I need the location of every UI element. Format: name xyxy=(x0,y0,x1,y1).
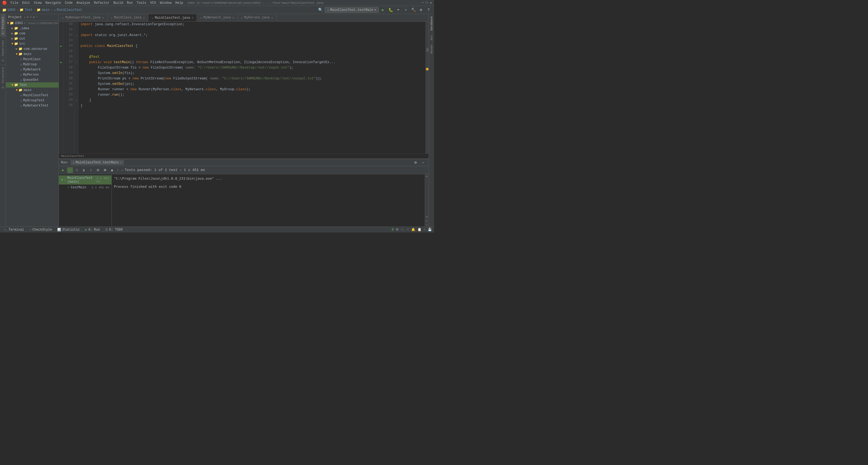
filter-button[interactable]: ⊟ xyxy=(95,167,101,173)
tab-mynetworktest[interactable]: ☕ MyNetworkTest.java ✕ xyxy=(59,14,107,22)
panel-settings-icon[interactable]: ⚙ xyxy=(33,15,35,19)
scrollbar-right-1[interactable]: ⇅ xyxy=(425,219,429,223)
panel-config-icon[interactable]: ≡ xyxy=(30,15,32,19)
notification-icon[interactable]: 🔔 xyxy=(411,228,415,232)
code-editor[interactable]: ▶ ▶ 10 11 12 13 xyxy=(59,22,429,154)
tree-item-mygroup[interactable]: ☕ MyGroup xyxy=(6,62,59,67)
scrollbar-up[interactable]: ▲ xyxy=(425,174,429,178)
tab-mynetwork[interactable]: ☕ MyNetwork.java ✕ xyxy=(197,14,238,22)
tree-item-queueset[interactable]: ☕ QueueSet xyxy=(6,77,59,82)
event-log-icon[interactable]: 📋 xyxy=(417,228,422,232)
tool-tab-run[interactable]: ▶ 4: Run xyxy=(84,227,101,232)
tree-item-com-oocourse[interactable]: ▶ 📁 com.oocourse xyxy=(6,46,59,52)
breadcrumb-project[interactable]: U3H3 xyxy=(8,8,16,12)
more-actions-arrow[interactable]: » xyxy=(117,169,119,172)
editor-scrollbar[interactable] xyxy=(425,22,429,154)
expand-all-button[interactable]: ⊞ xyxy=(102,167,108,173)
menu-help[interactable]: Help xyxy=(174,1,185,5)
rerun-button[interactable]: ▶ xyxy=(60,167,66,173)
panel-sync-icon[interactable]: ⊕ xyxy=(27,15,29,19)
prev-failed-button[interactable]: ▲ xyxy=(109,167,115,173)
tree-item-mygrouptest[interactable]: ☕ MyGroupTest xyxy=(6,98,59,103)
tab-mynetworktest-close[interactable]: ✕ xyxy=(102,16,104,20)
test-item-testmain[interactable]: ✓ testMain 1 s 451 ms xyxy=(59,185,112,190)
tab-myperson-close[interactable]: ✕ xyxy=(271,16,273,20)
tab-mynetwork-close[interactable]: ✕ xyxy=(232,16,235,20)
search-everywhere-button[interactable]: 🔍 xyxy=(317,7,323,13)
fold-12[interactable]: ◂ xyxy=(74,33,78,38)
sort-duration-button[interactable]: ↕ xyxy=(88,167,94,173)
menu-run[interactable]: Run xyxy=(125,1,134,5)
test-item-mainclasstest-main[interactable]: ▼ ✓ MainClassTest (main) 1 s 451 ms xyxy=(59,175,112,185)
tree-item-main[interactable]: ▼ 📁 main xyxy=(6,52,59,57)
scrollbar-right-2[interactable]: ⇔ xyxy=(425,223,429,227)
tree-item-test-main[interactable]: ▼ 📁 main xyxy=(6,88,59,93)
breadcrumb-folder2[interactable]: main xyxy=(42,8,50,12)
close-button[interactable]: ✕ xyxy=(430,1,432,5)
tab-mainclasstest-close[interactable]: ✕ xyxy=(191,16,193,20)
run-panel-minimize[interactable]: — xyxy=(420,159,426,166)
tab-myperson[interactable]: ☕ MyPerson.java ✕ xyxy=(238,14,277,22)
scrollbar-thumb[interactable] xyxy=(426,48,429,52)
tree-item-myperson[interactable]: ☕ MyPerson xyxy=(6,72,59,77)
sidebar-ant[interactable]: Ant xyxy=(429,33,434,42)
tab-mainclass[interactable]: ☕ MainClass.java ✕ xyxy=(107,14,148,22)
run-panel-settings[interactable]: ⚙ xyxy=(412,159,419,166)
tool-tab-checkstyle[interactable]: ✓ CheckStyle xyxy=(28,227,54,232)
breadcrumb-folder1[interactable]: Test xyxy=(25,8,33,12)
memory-icon[interactable]: 💾 xyxy=(428,228,432,232)
menu-build[interactable]: Build xyxy=(112,1,125,5)
breadcrumb-file[interactable]: MainClassTest xyxy=(57,8,82,12)
tree-item-mainclasstest[interactable]: ☕ MainClassTest xyxy=(6,93,59,98)
menu-view[interactable]: View xyxy=(32,1,43,5)
scrollbar-down[interactable]: ▼ xyxy=(425,215,429,219)
tree-item-src[interactable]: ▼ 📁 src xyxy=(6,41,59,46)
build-button[interactable]: 🔨 xyxy=(410,7,416,13)
fold-24[interactable]: ▴ xyxy=(74,98,78,103)
project-dropdown-icon[interactable]: ▾ xyxy=(24,16,26,19)
menu-window[interactable]: Window xyxy=(158,1,173,5)
run-tab-mainclasstest[interactable]: ☕ MainClassTest.testMain ✕ xyxy=(70,160,124,165)
tree-item-test[interactable]: ▼ 📁 Test xyxy=(6,82,59,88)
stop-button[interactable]: ⊘ xyxy=(73,167,80,173)
debug-button[interactable]: 🐛 xyxy=(388,7,394,13)
fold-17[interactable]: ▾ xyxy=(74,60,78,65)
code-content-area[interactable]: import java.lang.reflect.InvocationTarge… xyxy=(79,22,425,154)
tab-structure[interactable]: 3: Structure xyxy=(1,65,5,91)
panel-minimize-icon[interactable]: — xyxy=(36,15,38,19)
menu-refactor[interactable]: Refactor xyxy=(92,1,111,5)
menu-edit[interactable]: Edit xyxy=(21,1,32,5)
profile-button[interactable]: ⚡ xyxy=(403,7,409,13)
run-config-selector[interactable]: ☕ MainClassTest.testMain ▾ xyxy=(325,7,379,13)
coverage-button[interactable]: ☂ xyxy=(395,7,401,13)
tab-favorites[interactable]: 2: Favorites xyxy=(1,38,5,64)
tab-mainclass-close[interactable]: ✕ xyxy=(143,16,145,20)
menu-tools[interactable]: Tools xyxy=(135,1,148,5)
tab-mainclasstest[interactable]: ☕ MainClassTest.java ✕ xyxy=(148,14,197,22)
ime-indicator[interactable]: 中 xyxy=(396,228,399,232)
tree-item-idea[interactable]: ▶ 📁 .idea xyxy=(6,26,59,31)
tree-item-mynetworktest[interactable]: ☕ MyNetworkTest xyxy=(6,103,59,108)
menu-analyze[interactable]: Analyze xyxy=(75,1,92,5)
tree-item-com[interactable]: ▶ 📁 com xyxy=(6,31,59,36)
tool-tab-terminal[interactable]: >_ Terminal xyxy=(2,227,26,232)
menu-navigate[interactable]: Navigate xyxy=(44,1,63,5)
run-button[interactable]: ▶ xyxy=(380,7,386,13)
sort-alpha-button[interactable]: ⇅ xyxy=(81,167,87,173)
tree-item-mynetwork[interactable]: ☕ MyNetwork xyxy=(6,67,59,72)
help-button[interactable]: ? xyxy=(425,7,432,13)
sidebar-maven[interactable]: Maven xyxy=(429,42,434,56)
settings-button[interactable]: ⚙ xyxy=(418,7,424,13)
menu-vcs[interactable]: VCS xyxy=(149,1,158,5)
gutter-row-17-run[interactable]: ▶ xyxy=(59,60,63,65)
tree-item-root[interactable]: ▼ 📁 U3H3 C:\Users\SAMSUNG\Desktop\java\U… xyxy=(6,21,59,26)
menu-file[interactable]: File xyxy=(9,1,20,5)
tree-item-out[interactable]: ▶ 📁 out xyxy=(6,36,59,41)
maximize-button[interactable]: □ xyxy=(426,1,428,5)
power-icon[interactable]: ⚡ xyxy=(424,228,426,232)
run-tab-close[interactable]: ✕ xyxy=(120,160,122,165)
menu-code[interactable]: Code xyxy=(63,1,74,5)
tool-tab-statistic[interactable]: 📊 Statistic xyxy=(56,227,82,232)
minimize-button[interactable]: — xyxy=(422,1,424,5)
run-panel-scrollbar[interactable]: ▲ ▼ ⇅ ⇔ xyxy=(425,174,429,227)
